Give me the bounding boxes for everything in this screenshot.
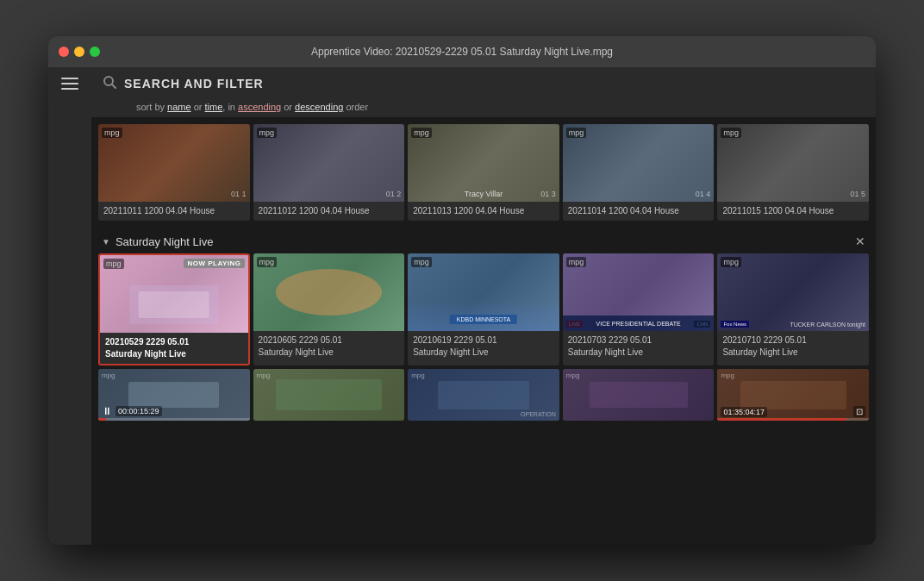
- thumb-num-h5: 01 5: [850, 190, 865, 198]
- search-title[interactable]: SEARCH AND FILTER: [124, 77, 264, 91]
- video-card-house-2[interactable]: mpg 01 2 20211012 1200 04.04 House: [253, 124, 405, 221]
- video-info-snl3: 20210619 2229 05.01Saturday Night Live: [408, 331, 559, 362]
- thumbnail-snl-3: mpg KDBD MINNESOTA: [408, 253, 559, 331]
- video-info-snl1: 20210529 2229 05.01Saturday Night Live: [100, 333, 248, 364]
- person-label-h3: Tracy Villar: [465, 190, 503, 198]
- mpg-label-snl3: mpg: [411, 257, 432, 267]
- traffic-lights: [59, 47, 100, 57]
- time-display-1: 00:00:15:29: [116, 406, 162, 416]
- thumbnail-house-1: mpg 01 1: [98, 124, 250, 202]
- video-info-h3: 20211013 1200 04.04 House: [408, 202, 559, 221]
- mpg-label-snl5: mpg: [721, 257, 741, 267]
- playback-card-1: mpg ⏸ 00:00:15:29: [98, 369, 250, 421]
- video-card-house-1[interactable]: mpg 01 1 20211011 1200 04.04 House: [98, 124, 250, 221]
- mpg-label-snl4: mpg: [566, 257, 587, 267]
- playback-card-5: mpg 01:35:04:17 ⊡: [717, 369, 869, 421]
- snl-section-title: Saturday Night Live: [116, 235, 213, 248]
- thumb-num-h4: 01 4: [696, 190, 711, 198]
- playback-thumb-5: mpg 01:35:04:17 ⊡: [717, 369, 869, 421]
- sort-name-link[interactable]: name: [167, 102, 191, 112]
- mpg-label-h3: mpg: [411, 128, 432, 138]
- sort-time-link[interactable]: time: [205, 102, 223, 112]
- thumbnail-snl-2: mpg: [253, 253, 405, 331]
- snl-grid: mpg NOW PLAYING 20210529 2229 05.01Satur…: [98, 253, 869, 365]
- playback-card-4: mpg: [563, 369, 715, 421]
- video-card-snl-3[interactable]: mpg KDBD MINNESOTA 20210619 2229 05.01Sa…: [408, 253, 559, 365]
- svg-line-1: [112, 84, 116, 88]
- snl-close-button[interactable]: ✕: [855, 234, 865, 248]
- maximize-button[interactable]: [90, 47, 100, 57]
- video-info-h2: 20211012 1200 04.04 House: [253, 202, 405, 221]
- playback-card-3: mpg OPERATION: [408, 369, 559, 421]
- video-info-h4: 20211014 1200 04.04 House: [563, 202, 715, 221]
- thumbnail-snl-1: mpg NOW PLAYING: [100, 255, 248, 333]
- mpg-label-h2: mpg: [257, 128, 278, 138]
- sort-by-text: sort by: [136, 102, 167, 112]
- video-card-house-5[interactable]: mpg 01 5 20211015 1200 04.04 House: [717, 124, 869, 221]
- minimize-button[interactable]: [74, 47, 84, 57]
- sidebar: [48, 67, 91, 545]
- thumbnail-house-4: mpg 01 4: [563, 124, 715, 202]
- progress-fill-1: [98, 418, 106, 421]
- collapse-icon[interactable]: ▼: [102, 237, 110, 247]
- main-panel: SEARCH AND FILTER sort by name or time, …: [91, 67, 876, 545]
- video-info-h1: 20211011 1200 04.04 House: [98, 202, 250, 221]
- thumbnail-snl-5: mpg Fox News TUCKER CARLSON tonight: [717, 253, 869, 331]
- content-area: SEARCH AND FILTER sort by name or time, …: [48, 67, 876, 545]
- thumbnail-house-2: mpg 01 2: [253, 124, 405, 202]
- mpg-label-h1: mpg: [102, 128, 122, 138]
- sort-bar: sort by name or time, in ascending or de…: [91, 100, 876, 117]
- search-bar: SEARCH AND FILTER: [91, 67, 876, 100]
- thumbnail-house-3: mpg Tracy Villar 01 3: [408, 124, 559, 202]
- video-card-snl-2[interactable]: mpg 20210605 2229 05.01Saturday Night Li…: [253, 253, 405, 365]
- house-grid: mpg 01 1 20211011 1200 04.04 House mpg 0…: [98, 124, 869, 221]
- video-card-snl-4[interactable]: mpg LIVE CNN VICE PRESIDENTIAL DEBATE 20…: [563, 253, 715, 365]
- pause-button-1[interactable]: ⏸: [102, 405, 112, 417]
- playback-thumb-4: mpg: [563, 369, 715, 421]
- video-info-snl5: 20210710 2229 05.01Saturday Night Live: [717, 331, 869, 362]
- video-card-house-3[interactable]: mpg Tracy Villar 01 3 20211013 1200 04.0…: [408, 124, 559, 221]
- fullscreen-button-5[interactable]: ⊡: [853, 406, 865, 417]
- video-info-h5: 20211015 1200 04.04 House: [717, 202, 869, 221]
- snl-section-header: ▼ Saturday Night Live ✕: [98, 229, 869, 253]
- playback-thumb-1: mpg ⏸ 00:00:15:29: [98, 369, 250, 421]
- video-info-snl2: 20210605 2229 05.01Saturday Night Live: [253, 331, 405, 362]
- playback-thumb-2: mpg: [253, 369, 405, 421]
- app-window: Apprentice Video: 20210529-2229 05.01 Sa…: [48, 36, 876, 545]
- mpg-label-snl1: mpg: [103, 259, 124, 269]
- thumb-num-h3: 01 3: [540, 190, 556, 198]
- snl-header-left: ▼ Saturday Night Live: [102, 235, 213, 248]
- sort-ascending-link[interactable]: ascending: [238, 102, 281, 112]
- video-info-snl4: 20210703 2229 05.01Saturday Night Live: [563, 331, 715, 362]
- now-playing-badge: NOW PLAYING: [184, 259, 244, 268]
- time-display-5: 01:35:04:17: [721, 407, 767, 417]
- sort-descending-link[interactable]: descending: [295, 102, 343, 112]
- scroll-area[interactable]: mpg 01 1 20211011 1200 04.04 House mpg 0…: [91, 117, 876, 545]
- playback-thumb-3: mpg OPERATION: [408, 369, 559, 421]
- progress-bar-5: [717, 418, 869, 421]
- thumb-num-h1: 01 1: [231, 190, 247, 198]
- search-icon: [102, 74, 117, 93]
- playback-row: mpg ⏸ 00:00:15:29: [98, 369, 869, 421]
- titlebar: Apprentice Video: 20210529-2229 05.01 Sa…: [48, 36, 876, 67]
- mpg-label-h5: mpg: [721, 128, 741, 138]
- snl-section: ▼ Saturday Night Live ✕ mpg NOW PLAYING: [98, 229, 869, 421]
- house-section: mpg 01 1 20211011 1200 04.04 House mpg 0…: [98, 124, 869, 221]
- video-card-snl-5[interactable]: mpg Fox News TUCKER CARLSON tonight 2021…: [717, 253, 869, 365]
- video-card-house-4[interactable]: mpg 01 4 20211014 1200 04.04 House: [563, 124, 715, 221]
- playback-controls-1: ⏸ 00:00:15:29: [102, 405, 162, 417]
- progress-bar-1: [98, 418, 250, 421]
- close-button[interactable]: [59, 47, 69, 57]
- progress-fill-5: [717, 418, 846, 421]
- thumbnail-snl-4: mpg LIVE CNN VICE PRESIDENTIAL DEBATE: [563, 253, 715, 331]
- video-card-snl-1[interactable]: mpg NOW PLAYING 20210529 2229 05.01Satur…: [98, 253, 250, 365]
- menu-button[interactable]: [61, 78, 78, 90]
- playback-card-2: mpg: [253, 369, 405, 421]
- thumb-num-h2: 01 2: [386, 190, 402, 198]
- thumbnail-house-5: mpg 01 5: [717, 124, 869, 202]
- mpg-label-h4: mpg: [566, 128, 587, 138]
- window-title: Apprentice Video: 20210529-2229 05.01 Sa…: [311, 46, 613, 58]
